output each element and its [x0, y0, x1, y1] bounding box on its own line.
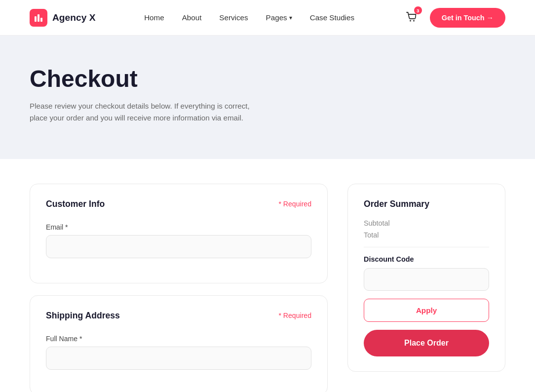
- discount-label: Discount Code: [364, 255, 489, 263]
- full-name-label: Full Name *: [46, 335, 311, 343]
- logo-text: Agency X: [52, 12, 95, 23]
- subtotal-row: Subtotal: [364, 219, 489, 227]
- shipping-address-required: * Required: [278, 312, 311, 319]
- customer-info-title: Customer Info: [46, 199, 105, 209]
- nav-right: 3 Get in Touch →: [403, 8, 505, 28]
- nav-links: Home About Services Pages ▾ Case Studies: [144, 13, 354, 22]
- svg-rect-1: [38, 14, 39, 22]
- nav-pages-label: Pages: [266, 13, 287, 22]
- logo[interactable]: Agency X: [30, 9, 95, 27]
- apply-button[interactable]: Apply: [364, 299, 489, 322]
- cart-badge: 3: [414, 6, 422, 14]
- customer-info-required: * Required: [278, 200, 311, 208]
- place-order-button[interactable]: Place Order: [364, 330, 489, 356]
- logo-icon: [30, 9, 47, 27]
- shipping-address-title: Shipping Address: [46, 311, 120, 321]
- total-row: Total: [364, 231, 489, 239]
- email-group: Email *: [46, 223, 311, 258]
- get-in-touch-button[interactable]: Get in Touch →: [430, 8, 505, 28]
- order-divider: [364, 247, 489, 247]
- email-label: Email *: [46, 223, 311, 231]
- hero-description: Please review your checkout details belo…: [30, 100, 257, 124]
- nav-services[interactable]: Services: [219, 13, 248, 22]
- customer-info-card: Customer Info * Required Email *: [30, 184, 328, 283]
- svg-point-4: [413, 20, 415, 22]
- nav-pages-dropdown[interactable]: Pages ▾: [266, 13, 292, 22]
- left-column: Customer Info * Required Email * Shippin…: [30, 184, 328, 392]
- main-content: Customer Info * Required Email * Shippin…: [0, 159, 535, 392]
- discount-input[interactable]: [364, 268, 489, 291]
- customer-info-header: Customer Info * Required: [46, 199, 311, 209]
- nav-home[interactable]: Home: [144, 13, 164, 22]
- total-label: Total: [364, 231, 379, 239]
- shipping-address-header: Shipping Address * Required: [46, 311, 311, 321]
- page-title: Checkout: [30, 65, 505, 92]
- svg-rect-2: [40, 18, 42, 22]
- full-name-group: Full Name *: [46, 335, 311, 370]
- order-summary-title: Order Summary: [364, 199, 489, 209]
- nav-about[interactable]: About: [182, 13, 202, 22]
- svg-rect-0: [35, 16, 37, 22]
- hero-banner: Checkout Please review your checkout det…: [0, 36, 535, 159]
- nav-case-studies[interactable]: Case Studies: [310, 13, 354, 22]
- svg-point-3: [410, 20, 411, 22]
- email-input[interactable]: [46, 235, 311, 258]
- right-column: Order Summary Subtotal Total Discount Co…: [347, 184, 505, 372]
- full-name-input[interactable]: [46, 347, 311, 370]
- chevron-down-icon: ▾: [289, 14, 292, 21]
- shipping-address-card: Shipping Address * Required Full Name *: [30, 295, 328, 392]
- navbar: Agency X Home About Services Pages ▾ Cas…: [0, 0, 535, 36]
- subtotal-label: Subtotal: [364, 219, 390, 227]
- cart-button[interactable]: 3: [403, 8, 420, 27]
- order-summary-card: Order Summary Subtotal Total Discount Co…: [347, 184, 505, 372]
